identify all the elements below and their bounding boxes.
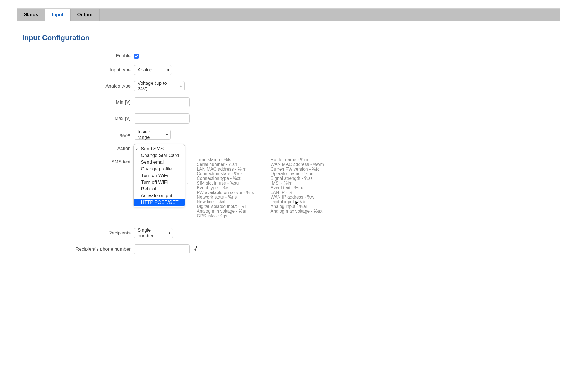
trigger-label: Trigger: [22, 132, 134, 137]
input-type-value: Analog: [138, 67, 152, 73]
check-icon: [135, 54, 138, 58]
hint-item: Event type - %et: [197, 186, 254, 190]
tabs-bar: Status Input Output: [17, 8, 560, 21]
hint-item: Curren FW version - %fc: [271, 167, 324, 172]
select-arrows-icon: ▲▼: [167, 69, 169, 71]
hint-item: Analog max voltage - %ax: [271, 209, 324, 214]
phone-number-input[interactable]: [134, 244, 190, 254]
hint-item: Analog min voltage - %an: [197, 209, 254, 214]
hint-item: Event text - %ex: [271, 186, 324, 190]
min-input[interactable]: [134, 97, 190, 107]
hint-item: LAN IP - %li: [271, 190, 324, 195]
min-label: Min [V]: [22, 100, 134, 105]
hint-item: Time stamp - %ts: [197, 158, 254, 162]
enable-label: Enable: [22, 53, 134, 59]
checkmark-icon: ✓: [136, 146, 139, 152]
hints-column-1: Time stamp - %ts Serial number - %sn LAN…: [197, 158, 254, 218]
analog-type-select[interactable]: Voltage (up to 24V) ▲▼: [134, 81, 185, 91]
recipients-label: Recipients: [22, 230, 134, 236]
hint-item: GPS info - %gs: [197, 214, 254, 219]
action-label: Action: [22, 146, 134, 151]
hint-item: Connection state - %cs: [197, 171, 254, 176]
action-option-label: Send SMS: [141, 146, 164, 151]
cursor-icon: [295, 200, 300, 206]
hint-item: FW available on server - %fs: [197, 190, 254, 195]
hint-item: New line - %nl: [197, 200, 254, 204]
add-phone-icon[interactable]: [193, 246, 198, 252]
hint-item: Connection type - %ct: [197, 176, 254, 181]
action-option-http-post-get[interactable]: HTTP POST/GET: [134, 199, 185, 206]
hint-item: Serial number - %sn: [197, 162, 254, 167]
select-arrows-icon: ▲▼: [168, 232, 170, 234]
hint-item: IMSI - %im: [271, 181, 324, 186]
trigger-select[interactable]: Inside range ▲▼: [134, 130, 171, 140]
hint-item: SIM slot in use - %su: [197, 181, 254, 186]
sms-variable-hints: Time stamp - %ts Serial number - %sn LAN…: [197, 158, 324, 218]
hint-item: Digital isolated input - %ii: [197, 204, 254, 209]
max-input[interactable]: [134, 113, 190, 124]
action-option-activate-output[interactable]: Activate output: [134, 192, 185, 199]
max-label: Max [V]: [22, 116, 134, 121]
hint-item: Router name - %rn: [271, 158, 324, 162]
select-arrows-icon: ▲▼: [180, 85, 182, 88]
action-option-turn-off-wifi[interactable]: Turn off WiFi: [134, 179, 185, 186]
action-option-send-sms[interactable]: ✓ Send SMS: [134, 146, 185, 152]
hint-item: WAN IP address - %wi: [271, 195, 324, 200]
tab-input[interactable]: Input: [45, 9, 71, 21]
trigger-value: Inside range: [138, 129, 163, 140]
tab-output[interactable]: Output: [71, 9, 100, 21]
action-dropdown[interactable]: ✓ Send SMS Change SIM Card Send email Ch…: [133, 144, 185, 207]
phone-number-label: Recipient's phone number: [22, 246, 134, 252]
analog-type-value: Voltage (up to 24V): [138, 81, 177, 92]
hint-item: LAN MAC address - %lm: [197, 167, 254, 172]
action-option-send-email[interactable]: Send email: [134, 159, 185, 166]
recipients-select[interactable]: Single number ▲▼: [134, 228, 173, 238]
analog-type-label: Analog type: [22, 83, 134, 89]
input-type-label: Input type: [22, 67, 134, 73]
recipients-value: Single number: [138, 228, 165, 239]
tab-status[interactable]: Status: [17, 9, 45, 21]
input-type-select[interactable]: Analog ▲▼: [134, 65, 172, 75]
action-option-reboot[interactable]: Reboot: [134, 186, 185, 192]
enable-checkbox[interactable]: [134, 54, 139, 59]
select-arrows-icon: ▲▼: [166, 133, 168, 136]
action-option-change-sim-card[interactable]: Change SIM Card: [134, 152, 185, 159]
action-option-change-profile[interactable]: Change profile: [134, 166, 185, 172]
hint-item: Signal strength - %ss: [271, 176, 324, 181]
hints-column-2: Router name - %rn WAN MAC address - %wm …: [271, 158, 324, 218]
hint-item: WAN MAC address - %wm: [271, 162, 324, 167]
sms-text-label: SMS text: [22, 158, 134, 165]
action-option-turn-on-wifi[interactable]: Turn on WiFi: [134, 172, 185, 179]
hint-item: Operator name - %on: [271, 171, 324, 176]
page-title: Input Configuration: [22, 33, 560, 42]
input-configuration-form: Enable Input type Analog ▲▼ Analog type …: [22, 53, 560, 254]
hint-item: Network state - %ns: [197, 195, 254, 200]
